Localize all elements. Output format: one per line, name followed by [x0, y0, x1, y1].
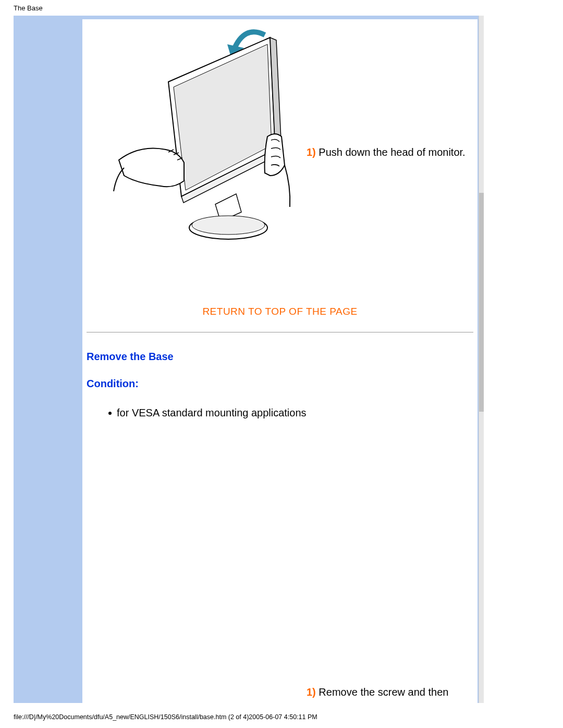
vertical-scrollbar[interactable]: [479, 16, 484, 703]
bullet-icon: [108, 412, 112, 415]
step-1-text: Push down the head of monitor.: [316, 146, 466, 158]
svg-marker-2: [174, 44, 272, 190]
section-divider: [87, 332, 473, 332]
return-to-top-link[interactable]: RETURN TO TOP OF THE PAGE: [82, 306, 478, 317]
step-1-number: 1): [307, 146, 316, 158]
monitor-push-down-illustration: [88, 19, 296, 259]
step-1b-number: 1): [307, 686, 316, 698]
condition-label: Condition:: [87, 378, 139, 390]
condition-bullet-text: for VESA standard mounting applications: [117, 407, 307, 419]
section-title-remove-base: Remove the Base: [87, 351, 174, 363]
content-frame-border: 1) Push down the head of monitor. RETURN…: [14, 16, 481, 703]
content-frame: 1) Push down the head of monitor. RETURN…: [82, 19, 478, 703]
page-header-title: The Base: [14, 4, 43, 12]
step-1b-instruction: 1) Remove the screw and then: [307, 686, 448, 698]
footer-file-path: file:///D|/My%20Documents/dfu/A5_new/ENG…: [14, 713, 317, 721]
step-1b-text: Remove the screw and then: [316, 686, 449, 698]
step-1-instruction: 1) Push down the head of monitor.: [307, 146, 466, 158]
scrollbar-thumb[interactable]: [479, 193, 484, 412]
condition-bullet-row: for VESA standard mounting applications: [108, 407, 307, 419]
svg-point-7: [192, 216, 265, 235]
